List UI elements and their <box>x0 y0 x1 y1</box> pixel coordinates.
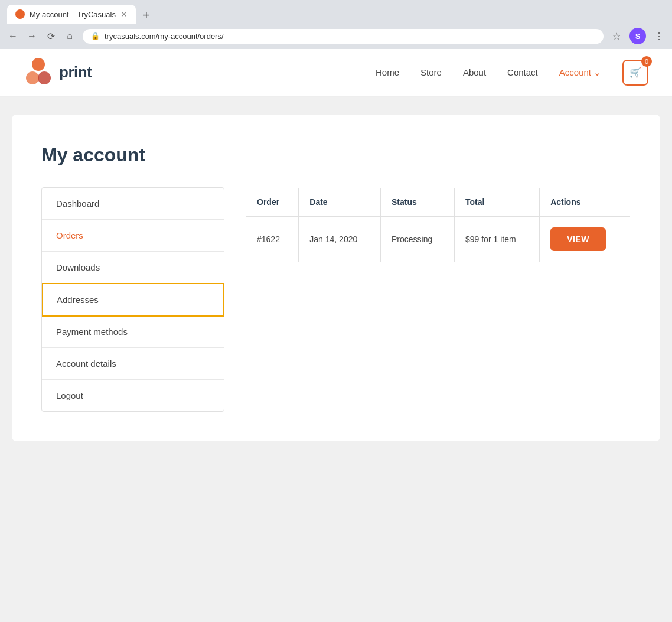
new-tab-button[interactable]: + <box>138 7 155 24</box>
sidebar-item-addresses[interactable]: Addresses <box>41 283 224 317</box>
tab-bar: My account – TryCasuals ✕ + <box>7 5 665 24</box>
orders-section: Order Date Status Total Actions #1622 Ja… <box>246 187 631 412</box>
sidebar-item-payment-methods[interactable]: Payment methods <box>42 316 224 348</box>
site-header: print Home Store About Contact Account ⌄… <box>0 49 672 96</box>
page-background: My account Dashboard Orders Downloads Ad… <box>0 97 672 605</box>
lock-icon: 🔒 <box>91 32 100 40</box>
browser-nav-buttons: ← → ⟳ ⌂ <box>5 28 78 44</box>
orders-table: Order Date Status Total Actions #1622 Ja… <box>246 187 631 262</box>
page-title: My account <box>41 144 631 166</box>
tab-close-button[interactable]: ✕ <box>120 9 128 19</box>
active-tab: My account – TryCasuals ✕ <box>7 5 136 24</box>
account-sidebar: Dashboard Orders Downloads Addresses Pay… <box>41 187 224 412</box>
address-bar-row: ← → ⟳ ⌂ 🔒 trycasuals.com/my-account/orde… <box>0 24 672 49</box>
table-row: #1622 Jan 14, 2020 Processing $99 for 1 … <box>246 217 631 262</box>
col-order: Order <box>246 188 299 217</box>
reload-button[interactable]: ⟳ <box>43 28 59 44</box>
nav-home[interactable]: Home <box>376 67 399 77</box>
order-status: Processing <box>381 217 455 262</box>
order-number: #1622 <box>246 217 299 262</box>
home-button[interactable]: ⌂ <box>61 28 78 44</box>
cart-button[interactable]: 🛒 0 <box>622 60 648 86</box>
browser-chrome: My account – TryCasuals ✕ + <box>0 0 672 24</box>
logo-text: print <box>59 63 92 82</box>
browser-menu-button[interactable]: ⋮ <box>651 28 667 44</box>
view-order-button[interactable]: VIEW <box>550 227 606 251</box>
nav-about[interactable]: About <box>463 67 486 77</box>
col-status: Status <box>381 188 455 217</box>
table-header-row: Order Date Status Total Actions <box>246 188 631 217</box>
profile-button[interactable]: S <box>629 28 646 44</box>
col-date: Date <box>299 188 381 217</box>
col-total: Total <box>454 188 539 217</box>
cart-badge: 0 <box>641 56 652 67</box>
nav-contact[interactable]: Contact <box>507 67 538 77</box>
back-button[interactable]: ← <box>5 28 21 44</box>
sidebar-item-dashboard[interactable]: Dashboard <box>42 188 224 220</box>
tab-favicon <box>15 9 25 19</box>
sidebar-item-downloads[interactable]: Downloads <box>42 252 224 284</box>
order-date: Jan 14, 2020 <box>299 217 381 262</box>
nav-account[interactable]: Account ⌄ <box>559 67 601 78</box>
logo-icon <box>24 58 53 87</box>
sidebar-item-orders[interactable]: Orders <box>42 220 224 252</box>
url-text: trycasuals.com/my-account/orders/ <box>105 32 595 41</box>
cart-icon: 🛒 <box>629 67 641 78</box>
main-nav: Home Store About Contact Account ⌄ 🛒 0 <box>376 60 648 86</box>
address-bar[interactable]: 🔒 trycasuals.com/my-account/orders/ <box>83 29 604 44</box>
sidebar-item-logout[interactable]: Logout <box>42 380 224 411</box>
chevron-down-icon: ⌄ <box>593 67 601 78</box>
tab-title: My account – TryCasuals <box>30 10 116 19</box>
main-content: My account Dashboard Orders Downloads Ad… <box>12 115 660 441</box>
order-action-cell: VIEW <box>540 217 631 262</box>
order-total: $99 for 1 item <box>454 217 539 262</box>
account-layout: Dashboard Orders Downloads Addresses Pay… <box>41 187 631 412</box>
nav-store[interactable]: Store <box>420 67 442 77</box>
sidebar-item-account-details[interactable]: Account details <box>42 348 224 380</box>
logo-area[interactable]: print <box>24 58 92 87</box>
bookmark-button[interactable]: ☆ <box>608 28 625 44</box>
forward-button[interactable]: → <box>24 28 40 44</box>
col-actions: Actions <box>540 188 631 217</box>
